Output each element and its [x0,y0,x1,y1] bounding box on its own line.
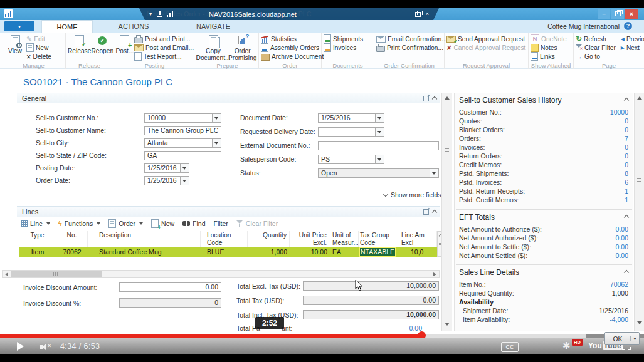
refresh-button[interactable]: Refresh [576,35,616,43]
order-date-field[interactable]: 1/25/2016 [144,176,189,185]
sales-line-row[interactable]: Item 70062 Standard Coffee Mug BLUE 1,00… [19,247,437,257]
ok-button[interactable]: OK ▼ [604,332,640,345]
scrollbar-grip[interactable] [637,178,641,182]
notes-button[interactable]: Notes [531,44,567,51]
selected-cell-text[interactable]: NTAXABLE [360,248,395,256]
column-header-type[interactable]: Type [19,231,56,247]
dropdown-arrow-icon[interactable] [375,155,384,163]
new-button[interactable]: New [26,44,51,51]
previous-button[interactable]: Previous [621,35,644,43]
scroll-down-icon[interactable] [637,321,642,324]
next-button[interactable]: Next [621,44,644,51]
tab-actions[interactable]: ACTIONS [107,20,161,33]
restore-button[interactable] [611,9,624,19]
ok-dropdown-arrow-icon[interactable]: ▼ [630,336,639,341]
cell-unit-price[interactable]: 10.00 [290,247,330,257]
dropdown-arrow-icon[interactable] [212,139,221,147]
cell-unit-of-measure[interactable]: EA [330,247,359,257]
play-icon[interactable] [17,342,24,351]
popout-icon[interactable] [423,209,429,215]
cancel-approval-request-button[interactable]: Cancel Approval Request [446,44,525,51]
sell-to-city-field[interactable]: Atlanta [144,138,221,148]
rdp-minimize-button[interactable]: – [407,11,410,17]
post-and-email-button[interactable]: Post and Email... [134,44,194,51]
general-section-header[interactable]: General [17,93,440,103]
invoice-discount-pct-field[interactable]: 0 [119,298,221,308]
scroll-up-icon[interactable] [637,96,642,100]
filter-button[interactable]: Filter [214,220,228,227]
lines-horizontal-scrollbar[interactable] [2,270,440,278]
column-header-unit-of-measure[interactable]: Unit of Measur... [330,231,359,247]
view-button[interactable]: View [4,34,26,54]
onenote-button[interactable]: OneNote [531,35,567,43]
tab-home[interactable]: HOME [41,20,93,33]
cell-description[interactable]: Standard Coffee Mug [88,247,201,257]
cc-button[interactable]: CC [501,342,519,352]
rdp-pushpin-icon[interactable] [157,11,162,17]
links-button[interactable]: Links [531,53,567,60]
volume-muted-icon[interactable]: × [40,344,54,350]
external-document-no-field[interactable] [318,141,439,150]
dropdown-arrow-icon[interactable] [375,114,384,122]
rdp-restore-button[interactable] [415,12,421,17]
archive-document-button[interactable]: Archive Document [261,53,324,60]
dropdown-arrow-icon[interactable] [430,169,438,177]
application-menu-button[interactable]: ▼ [4,21,34,31]
post-button[interactable]: Post... [115,34,134,54]
edit-button[interactable]: Edit [26,35,51,43]
minimize-button[interactable]: – [598,9,610,19]
scroll-up-icon[interactable] [445,96,450,100]
main-vertical-scrollbar[interactable] [441,93,452,331]
requested-delivery-date-field[interactable] [318,127,384,137]
dropdown-arrow-icon[interactable] [180,177,189,185]
salesperson-code-field[interactable]: PS [318,155,384,164]
clear-filter-button[interactable]: Clear Filter [576,44,616,51]
lines-section-header[interactable]: Lines [17,206,440,217]
document-date-field[interactable]: 1/25/2016 [318,113,384,123]
scroll-right-icon[interactable] [433,272,436,276]
collapse-chevron-icon[interactable] [432,96,437,101]
close-button[interactable]: × [625,9,638,19]
cell-line-amount[interactable]: 10,0 [396,247,437,257]
find-button[interactable]: Find [182,220,205,227]
tab-navigate[interactable]: NAVIGATE [182,20,245,33]
go-to-button[interactable]: Go to [576,53,616,60]
scroll-left-icon[interactable] [5,272,8,276]
popout-icon[interactable] [423,96,429,101]
help-icon[interactable]: ? [624,22,632,30]
assembly-orders-button[interactable]: Assembly Orders [261,44,324,51]
factbox-vertical-scrollbar[interactable] [634,93,644,331]
collapse-chevron-icon[interactable] [624,215,629,220]
sell-to-customer-name-field[interactable]: The Cannon Group PLC [144,126,221,135]
cell-type[interactable]: Item [19,247,56,257]
test-report-button[interactable]: Test Report... [134,53,194,60]
dropdown-arrow-icon[interactable] [212,114,221,122]
copy-document-button[interactable]: Copy Document... [198,34,228,62]
column-header-tax-group-code[interactable]: Tax Group Code [359,231,396,247]
dropdown-arrow-icon[interactable] [375,128,384,136]
scrollbar-grip[interactable] [445,148,449,152]
column-header-unit-price[interactable]: Unit Price Excl. Tax [290,231,330,247]
release-button[interactable]: Release [68,34,91,54]
scroll-down-icon[interactable] [445,323,450,326]
cell-no[interactable]: 70062 [56,247,88,257]
settings-gear-icon[interactable]: ✱ [562,340,571,351]
collapse-chevron-icon[interactable] [432,209,437,214]
statistics-button[interactable]: Statistics [261,35,324,43]
print-confirmation-button[interactable]: Print Confirmation... [376,44,447,51]
cell-tax-group-code[interactable]: NTAXABLE [359,247,396,257]
column-header-location-code[interactable]: Location Code [201,231,248,247]
line-menu-button[interactable]: Line [21,220,50,227]
scrollbar-thumb[interactable] [11,271,102,277]
column-header-no[interactable]: No. [56,231,88,247]
invoices-button[interactable]: Invoices [324,44,363,51]
show-more-fields-link[interactable]: Show more fields [384,191,441,199]
column-header-line-amount[interactable]: Line Am Excl [396,231,437,247]
sell-to-customer-no-field[interactable]: 10000 [144,113,221,123]
shipments-button[interactable]: Shipments [324,35,363,43]
status-field[interactable]: Open [318,168,439,178]
rdp-unpin-chevron-icon[interactable]: ▾ [149,11,152,17]
functions-menu-button[interactable]: Functions [58,220,100,227]
posting-date-field[interactable]: 1/25/2016 [144,163,189,173]
collapse-chevron-icon[interactable] [624,98,629,103]
